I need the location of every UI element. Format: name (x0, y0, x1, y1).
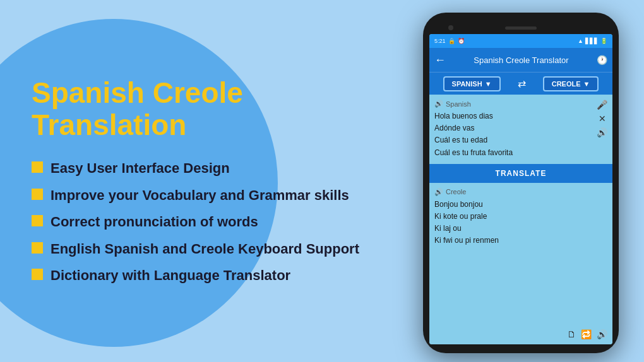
status-left: 5:21 🔒 ⏰ (434, 38, 465, 44)
phone-outer: 5:21 🔒 ⏰ ▲ ▋▋▋ 🔋 ← Spanish Creole Transl… (423, 13, 619, 353)
phone-speaker (505, 26, 537, 30)
bullet-icon (32, 161, 43, 173)
output-line: Ki kote ou prale (434, 211, 607, 223)
status-bar: 5:21 🔒 ⏰ ▲ ▋▋▋ 🔋 (429, 34, 612, 48)
feature-item: Improve your Vocabulary and Grammar skil… (32, 187, 373, 205)
source-language-button[interactable]: SPANISH ▼ (443, 76, 501, 91)
phone-top-bar (429, 21, 612, 34)
feature-list: Easy User Interface Design Improve your … (32, 160, 373, 285)
signal-icon: ▋▋▋ (585, 38, 599, 44)
bullet-icon (32, 269, 43, 280)
output-text: Bonjou bonjouKi kote ou praleKi laj ouKi… (434, 199, 607, 247)
speaker-icon-input: 🔊 (434, 100, 443, 108)
feature-text: Improve your Vocabulary and Grammar skil… (51, 187, 349, 205)
swap-icon[interactable]: ⇄ (518, 78, 526, 90)
feature-item: Easy User Interface Design (32, 160, 373, 178)
language-bar: SPANISH ▼ ⇄ CREOLE ▼ (429, 72, 612, 95)
phone-screen: 5:21 🔒 ⏰ ▲ ▋▋▋ 🔋 ← Spanish Creole Transl… (429, 34, 612, 344)
target-language-button[interactable]: CREOLE ▼ (543, 76, 599, 91)
feature-item: Dictionary with Language Translator (32, 267, 373, 285)
bullet-icon (32, 189, 43, 200)
history-icon[interactable]: 🕐 (597, 55, 607, 65)
main-title: Spanish Creole Translation (32, 77, 373, 141)
bullet-icon (32, 215, 43, 226)
feature-text: English Spanish and Creole Keyboard Supp… (51, 240, 359, 259)
output-line: Ki fwi ou pi renmen (434, 235, 607, 247)
microphone-icon[interactable]: 🎤 (597, 100, 607, 110)
copy-icon[interactable]: 🗋 (567, 329, 576, 339)
input-line: Adónde vas (434, 122, 607, 134)
source-lang-label: SPANISH (452, 80, 482, 88)
phone-camera (448, 25, 453, 30)
input-lang-label: 🔊 Spanish (434, 100, 607, 108)
feature-item: Correct pronunciation of words (32, 213, 373, 231)
feature-text: Easy User Interface Design (51, 160, 230, 178)
status-right: ▲ ▋▋▋ 🔋 (578, 38, 607, 44)
input-actions: 🎤 ✕ 🔊 (597, 100, 607, 137)
output-lang-label: 🔊 Creole (434, 188, 607, 196)
output-area: 🔊 Creole Bonjou bonjouKi kote ou praleKi… (429, 183, 612, 344)
app-header: ← Spanish Creole Translator 🕐 (429, 48, 612, 72)
wifi-icon: ▲ (578, 38, 583, 44)
input-line: Cuál es tu edad (434, 134, 607, 146)
phone-mockup: 5:21 🔒 ⏰ ▲ ▋▋▋ 🔋 ← Spanish Creole Transl… (423, 13, 619, 353)
input-line: Cuál es tu fruta favorita (434, 147, 607, 159)
chevron-down-icon-2: ▼ (583, 80, 590, 88)
feature-item: English Spanish and Creole Keyboard Supp… (32, 240, 373, 259)
back-button[interactable]: ← (434, 54, 446, 67)
output-line: Bonjou bonjou (434, 199, 607, 211)
app-header-title: Spanish Creole Translator (450, 55, 593, 65)
left-section: Spanish Creole Translation Easy User Int… (0, 0, 404, 362)
share-icon[interactable]: 🔁 (581, 329, 592, 339)
feature-text: Correct pronunciation of words (51, 213, 258, 231)
target-lang-label: CREOLE (552, 80, 581, 88)
output-actions: 🗋 🔁 🔊 (567, 329, 607, 339)
alarm-icon: ⏰ (458, 38, 465, 44)
speaker-icon-output[interactable]: 🔊 (597, 329, 607, 339)
lock-icon: 🔒 (448, 38, 455, 44)
speaker-icon-listen[interactable]: 🔊 (597, 127, 607, 137)
input-line: Hola buenos dias (434, 110, 607, 122)
output-line: Ki laj ou (434, 223, 607, 235)
input-text[interactable]: Hola buenos diasAdónde vasCuál es tu eda… (434, 110, 607, 159)
chevron-down-icon: ▼ (485, 80, 492, 88)
input-area[interactable]: 🔊 Spanish Hola buenos diasAdónde vasCuál… (429, 95, 612, 164)
bullet-icon (32, 242, 43, 254)
clear-icon[interactable]: ✕ (599, 114, 606, 124)
status-time: 5:21 (434, 38, 446, 44)
feature-text: Dictionary with Language Translator (51, 267, 290, 285)
translate-button[interactable]: TRANSLATE (429, 164, 612, 183)
battery-icon: 🔋 (600, 38, 607, 44)
speaker-icon-output-label: 🔊 (434, 188, 443, 196)
